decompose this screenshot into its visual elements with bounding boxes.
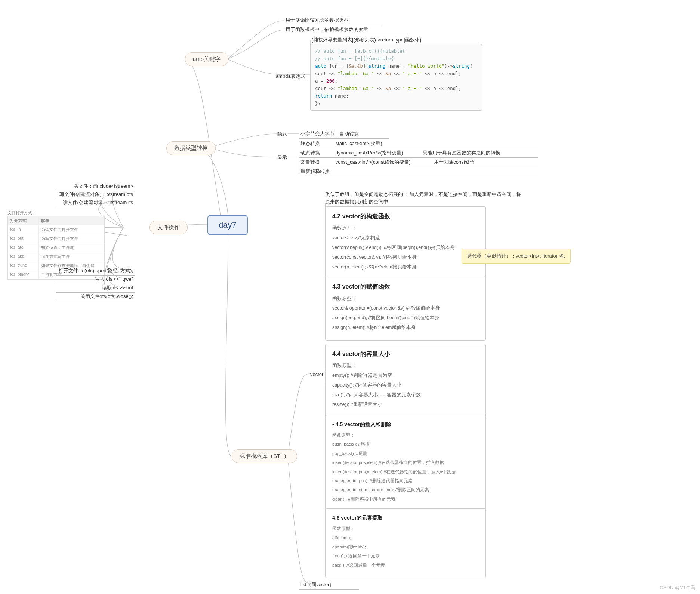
row-const: 常量转换 const_cast<int*>(const修饰的变量) 用于去除co… [299, 158, 538, 167]
card-43: 4.3 vector的赋值函数 函数原型： vector& operator=(… [325, 277, 486, 341]
root-node-day7[interactable]: day7 [207, 215, 248, 235]
card-46: 4.6 vector的元素提取 函数原型： at(int idx); opera… [325, 508, 486, 578]
auto-line1: 用于修饰比较冗长的数据类型 [284, 16, 381, 25]
card-44: 4.4 vector的容量大小 函数原型： empty(); //判断容器是否为… [325, 344, 486, 418]
watermark: CSDN @V1牛马 [660, 584, 696, 591]
node-file-ops[interactable]: 文件操作 [149, 221, 188, 234]
node-auto-keyword[interactable]: auto关键字 [185, 52, 228, 66]
vector-label: vector [310, 372, 323, 377]
card-45: • 4.5 vector的插入和删除 函数原型： push_back(); //… [325, 415, 486, 512]
auto-line2: 用于函数模板中，依赖模板参数的变量 [284, 25, 407, 34]
table-row: ios::in为读文件而打开文件 [8, 225, 104, 234]
table-row: ios::out为写文件而打开文件 [8, 234, 104, 243]
row-dynamic: 动态转换 dynamic_cast<Per*>(指针变量) 只能用于具有虚函数的… [299, 148, 538, 158]
list-label: list（同vector） [299, 580, 359, 590]
vector-intro: 类似于数组，但是空间是动态拓展的 ：加入元素时，不是连接空间，而是重新申请空间，… [325, 191, 523, 205]
node-type-conversion[interactable]: 数据类型转换 [166, 141, 216, 155]
lambda-label: lambda表达式 [275, 73, 305, 80]
table-row: ios::app追加方式写文件 [8, 252, 104, 261]
node-stl[interactable]: 标准模板库（STL） [232, 449, 297, 463]
implicit-label: 隐式 [277, 131, 287, 138]
iterator-callout: 迭代器（类似指针）：vector<int>::iterator 名; [462, 249, 571, 264]
explicit-rows: 静态转换 static_cast<int>(变量) 动态转换 dynamic_c… [299, 139, 538, 176]
table-row: ios::ate初始位置：文件尾 [8, 243, 104, 252]
file-write: 写入:ofs << "qwe" [56, 275, 135, 284]
explicit-label: 显示 [277, 154, 287, 161]
file-read: 读取:ifs >> buf [56, 283, 135, 293]
row-static: 静态转换 static_cast<int>(变量) [299, 139, 538, 148]
implicit-text: 小字节变大字节，自动转换 [299, 129, 389, 139]
card-42: 4.2 vector的构造函数 函数原型： vector<T> v;//无参构造… [325, 206, 486, 280]
file-table-title: 文件打开方式： [7, 210, 36, 216]
file-close: 关闭文件:ifs(ofs).close(); [56, 292, 135, 301]
root-title: day7 [219, 220, 237, 230]
lambda-code: // auto fun = [a,b,c](){mutable{ // auto… [310, 44, 482, 111]
lambda-header: [捕获外界变量列表](形参列表)->return type{函数体} [310, 36, 460, 45]
row-reinterpret: 重新解释转换 [299, 167, 538, 176]
file-open: 打开文件:ifs(ofs).open(路径, 方式); [56, 266, 135, 276]
file-read-obj: 读文件(创建流对象)：ifstream ifs [56, 198, 135, 207]
